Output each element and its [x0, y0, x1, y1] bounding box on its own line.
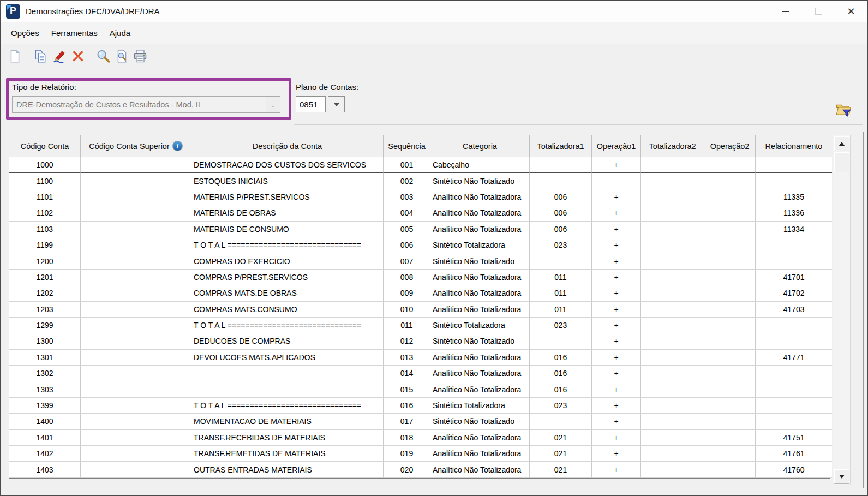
table-cell[interactable]: [191, 366, 384, 381]
table-cell[interactable]: +: [592, 189, 641, 205]
table-cell[interactable]: DEMOSTRACAO DOS CUSTOS DOS SERVICOS: [191, 157, 384, 173]
table-cell[interactable]: 1103: [9, 222, 81, 237]
table-cell[interactable]: +: [592, 398, 641, 414]
table-cell[interactable]: [641, 398, 704, 414]
table-cell[interactable]: [704, 318, 756, 333]
table-cell[interactable]: 016: [530, 366, 592, 381]
table-cell[interactable]: [530, 253, 592, 269]
table-cell[interactable]: [756, 381, 832, 397]
table-cell[interactable]: ESTOQUES INICIAIS: [191, 173, 384, 189]
table-cell[interactable]: 41703: [756, 302, 832, 318]
table-cell[interactable]: +: [592, 333, 641, 349]
table-cell[interactable]: 010: [384, 302, 430, 318]
table-cell[interactable]: 1200: [9, 253, 81, 269]
table-cell[interactable]: [704, 350, 756, 366]
plano-contas-dropdown-button[interactable]: [328, 96, 345, 112]
table-cell[interactable]: 007: [384, 253, 430, 269]
table-cell[interactable]: Analítico Não Totalizadora: [430, 350, 530, 366]
copy-button[interactable]: [32, 47, 49, 65]
table-cell[interactable]: [641, 285, 704, 301]
table-row[interactable]: 1302014Analítico Não Totalizadora016+: [9, 366, 830, 381]
table-cell[interactable]: [81, 173, 191, 189]
table-cell[interactable]: 021: [530, 462, 592, 477]
table-cell[interactable]: [704, 173, 756, 189]
column-header[interactable]: Código Conta Superiori: [81, 135, 191, 157]
table-cell[interactable]: [641, 173, 704, 189]
table-row[interactable]: 1203COMPRAS MATS.CONSUMO010Analítico Não…: [9, 302, 830, 318]
table-cell[interactable]: 009: [384, 285, 430, 301]
table-cell[interactable]: [704, 366, 756, 381]
table-cell[interactable]: [641, 462, 704, 477]
table-cell[interactable]: [530, 414, 592, 429]
table-cell[interactable]: [641, 222, 704, 237]
table-cell[interactable]: [81, 302, 191, 318]
table-row[interactable]: 1402TRANSF.REMETIDAS DE MATERIAIS019Anal…: [9, 446, 830, 462]
table-cell[interactable]: 1399: [9, 398, 81, 414]
table-cell[interactable]: 006: [530, 189, 592, 205]
table-cell[interactable]: Analítico Não Totalizadora: [430, 462, 530, 477]
table-cell[interactable]: [641, 333, 704, 349]
table-row[interactable]: 1199T O T A L ==========================…: [9, 237, 830, 253]
table-cell[interactable]: 020: [384, 462, 430, 477]
table-cell[interactable]: MATERIAIS P/PREST.SERVICOS: [191, 189, 384, 205]
column-header[interactable]: Código Conta: [9, 135, 81, 157]
table-cell[interactable]: 008: [384, 270, 430, 285]
table-cell[interactable]: 1302: [9, 366, 81, 381]
table-cell[interactable]: Sintético Não Totalizado: [430, 333, 530, 349]
table-cell[interactable]: 1202: [9, 285, 81, 301]
table-cell[interactable]: Analítico Não Totalizadora: [430, 189, 530, 205]
table-cell[interactable]: [81, 333, 191, 349]
table-cell[interactable]: Sintético Não Totalizado: [430, 173, 530, 189]
table-cell[interactable]: Sintético Totalizadora: [430, 398, 530, 414]
table-cell[interactable]: [704, 381, 756, 397]
table-cell[interactable]: Analítico Não Totalizadora: [430, 446, 530, 462]
table-cell[interactable]: 005: [384, 222, 430, 237]
table-cell[interactable]: COMPRAS MATS.CONSUMO: [191, 302, 384, 318]
table-cell[interactable]: +: [592, 253, 641, 269]
table-cell[interactable]: [592, 173, 641, 189]
table-cell[interactable]: 1000: [9, 157, 81, 173]
table-row[interactable]: 1201COMPRAS P/PREST.SERVICOS008Analítico…: [9, 270, 830, 285]
table-cell[interactable]: [704, 446, 756, 462]
table-cell[interactable]: [704, 414, 756, 429]
column-header[interactable]: Totalizadora1: [530, 135, 592, 157]
table-cell[interactable]: [81, 270, 191, 285]
table-cell[interactable]: 011: [530, 270, 592, 285]
table-cell[interactable]: 1303: [9, 381, 81, 397]
table-cell[interactable]: 41761: [756, 446, 832, 462]
folder-filter-button[interactable]: [834, 101, 853, 117]
table-cell[interactable]: Sintético Totalizadora: [430, 318, 530, 333]
table-cell[interactable]: +: [592, 318, 641, 333]
table-row[interactable]: 1202COMPRAS MATS.DE OBRAS009Analítico Nã…: [9, 285, 830, 301]
scroll-down-button[interactable]: [834, 469, 849, 484]
table-cell[interactable]: 016: [384, 398, 430, 414]
table-cell[interactable]: 006: [530, 205, 592, 221]
table-cell[interactable]: [704, 205, 756, 221]
table-cell[interactable]: +: [592, 157, 641, 173]
table-cell[interactable]: Analítico Não Totalizadora: [430, 302, 530, 318]
table-cell[interactable]: +: [592, 381, 641, 397]
table-cell[interactable]: [81, 414, 191, 429]
table-cell[interactable]: 1301: [9, 350, 81, 366]
table-cell[interactable]: [704, 222, 756, 237]
table-cell[interactable]: 1201: [9, 270, 81, 285]
table-row[interactable]: 1300DEDUCOES DE COMPRAS012Sintético Não …: [9, 333, 830, 349]
table-cell[interactable]: [641, 318, 704, 333]
table-row[interactable]: 1403OUTRAS ENTRADAS MATERIAIS020Analític…: [9, 462, 830, 477]
table-cell[interactable]: 1199: [9, 237, 81, 253]
table-row[interactable]: 1303015Analítico Não Totalizadora016+: [9, 381, 830, 397]
table-cell[interactable]: [81, 157, 191, 173]
table-row[interactable]: 1102MATERIAIS DE OBRAS004Analítico Não T…: [9, 205, 830, 221]
table-cell[interactable]: [756, 237, 832, 253]
table-cell[interactable]: 002: [384, 173, 430, 189]
table-cell[interactable]: [81, 446, 191, 462]
table-cell[interactable]: 011: [530, 285, 592, 301]
menu-opcoes[interactable]: Opções: [5, 25, 45, 41]
table-cell[interactable]: [756, 318, 832, 333]
table-cell[interactable]: [81, 285, 191, 301]
table-cell[interactable]: Analítico Não Totalizadora: [430, 270, 530, 285]
table-row[interactable]: 1401TRANSF.RECEBIDAS DE MATERIAIS018Anal…: [9, 430, 830, 446]
table-cell[interactable]: 011: [384, 318, 430, 333]
table-cell[interactable]: +: [592, 430, 641, 446]
table-cell[interactable]: [81, 366, 191, 381]
